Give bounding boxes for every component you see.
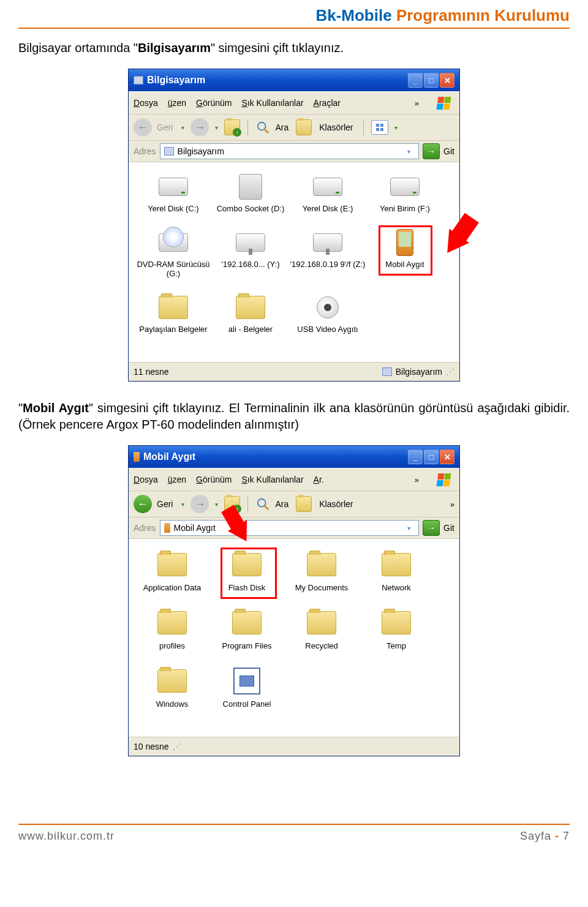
statusbar: 11 nesne Bilgisayarım ⋰ — [129, 362, 459, 381]
titlebar[interactable]: Mobil Aygıt _ □ ✕ — [129, 446, 459, 468]
menu-duzen[interactable]: üzen — [168, 98, 186, 108]
menu-araclar[interactable]: Araçlar — [314, 98, 341, 108]
folder-windows[interactable]: Windows — [135, 666, 209, 709]
menu-overflow-icon[interactable]: » — [415, 99, 419, 108]
address-value: Mobil Aygıt — [174, 523, 216, 533]
folders-label[interactable]: Klasörler — [319, 122, 353, 132]
resize-grip-icon[interactable]: ⋰ — [446, 367, 454, 377]
toolbar-sep — [247, 496, 248, 512]
up-folder-button[interactable]: ↑ — [224, 119, 240, 135]
close-button[interactable]: ✕ — [440, 73, 454, 88]
address-input[interactable]: Mobil Aygıt ▾ — [160, 520, 420, 536]
search-label[interactable]: Ara — [275, 499, 288, 509]
titlebar[interactable]: Bilgisayarım _ □ ✕ — [129, 69, 459, 91]
toolbar-sep2 — [363, 119, 364, 135]
close-button[interactable]: ✕ — [440, 450, 454, 464]
folders-icon[interactable] — [296, 496, 312, 512]
fwd-dropdown-icon[interactable]: ▾ — [215, 501, 218, 508]
folder-temp[interactable]: Temp — [359, 608, 434, 650]
titlebar-mycomputer-icon — [134, 76, 143, 85]
drive-e[interactable]: Yerel Disk (E:) — [289, 173, 366, 213]
content-pane[interactable]: Yerel Disk (C:) Combo Socket (D:) Yerel … — [129, 162, 459, 362]
dvd-icon — [159, 233, 188, 252]
toolbar-sep — [247, 119, 248, 135]
back-dropdown-icon[interactable]: ▾ — [181, 124, 184, 131]
folders-icon[interactable] — [296, 119, 312, 135]
menu-overflow-icon[interactable]: » — [415, 475, 419, 484]
search-label[interactable]: Ara — [275, 122, 288, 132]
back-button[interactable]: ← — [134, 495, 152, 513]
netdrive-z[interactable]: '192.168.0.19 9'/f (Z:) — [289, 229, 366, 278]
menu-dosya[interactable]: Dosya — [134, 475, 158, 484]
menu-gorunum[interactable]: Görünüm — [196, 475, 232, 484]
menu-gorunum[interactable]: Görünüm — [196, 98, 232, 108]
footer-page: Sayfa - 7 — [520, 830, 570, 843]
maximize-button[interactable]: □ — [424, 450, 439, 464]
maximize-button[interactable]: □ — [424, 73, 439, 88]
control-panel-icon — [233, 668, 260, 694]
forward-button[interactable]: → — [190, 495, 209, 513]
menubar: Dosya üzen Görünüm Sık Kullanılanlar Ara… — [129, 91, 459, 114]
back-dropdown-icon[interactable]: ▾ — [181, 501, 184, 508]
dvd-g[interactable]: DVD-RAM Sürücüsü (G:) — [135, 229, 212, 278]
folder-mydocs[interactable]: My Documents — [284, 550, 359, 592]
menu-dosya[interactable]: Dosya — [134, 98, 158, 108]
menu-duzen[interactable]: üzen — [168, 475, 186, 484]
folder-flashdisk[interactable]: Flash Disk — [209, 550, 284, 592]
forward-button[interactable]: → — [190, 118, 209, 137]
folder-recycled[interactable]: Recycled — [284, 608, 359, 650]
folder-programfiles[interactable]: Program Files — [209, 608, 284, 650]
go-label[interactable]: Git — [443, 146, 454, 156]
red-arrow-icon — [437, 229, 469, 260]
minimize-button[interactable]: _ — [408, 450, 423, 464]
drive-c[interactable]: Yerel Disk (C:) — [135, 173, 212, 213]
folder-network[interactable]: Network — [359, 550, 434, 592]
windows-logo-icon — [432, 94, 454, 111]
menu-sik[interactable]: Sık Kullanılanlar — [241, 98, 303, 108]
resize-grip-icon[interactable]: ⋰ — [173, 742, 181, 751]
back-button[interactable]: ← — [134, 118, 152, 137]
addressbar: Adres Bilgisayarım ▾ → Git — [129, 140, 459, 162]
fwd-dropdown-icon[interactable]: ▾ — [215, 124, 218, 131]
search-icon[interactable] — [255, 120, 270, 135]
folder-icon — [307, 611, 336, 634]
hdd-icon — [313, 178, 342, 196]
drive-f[interactable]: Yeni Birim (F:) — [366, 173, 443, 213]
content-pane[interactable]: Application Data Flash Disk My Documents… — [129, 539, 459, 737]
view-button[interactable] — [371, 120, 388, 135]
search-icon[interactable] — [255, 497, 270, 511]
ali-docs[interactable]: ali - Belgeler — [212, 294, 289, 334]
go-button[interactable]: → — [423, 520, 440, 536]
folder-icon — [232, 611, 262, 634]
shared-docs[interactable]: Paylaşılan Belgeler — [135, 294, 212, 334]
address-value: Bilgisayarım — [178, 146, 224, 156]
usb-video[interactable]: USB Video Aygıtı — [289, 294, 366, 334]
folder-profiles[interactable]: profiles — [135, 608, 209, 650]
header-divider — [18, 28, 570, 29]
go-button[interactable]: → — [423, 143, 440, 159]
statusbar: 10 nesne ⋰ — [129, 737, 459, 756]
view-dropdown-icon[interactable]: ▾ — [394, 124, 398, 131]
folder-icon — [382, 553, 411, 576]
minimize-button[interactable]: _ — [408, 73, 423, 88]
address-dropdown-icon[interactable]: ▾ — [402, 525, 415, 532]
control-panel[interactable]: Control Panel — [209, 666, 284, 709]
netdrive-y[interactable]: '192.168.0... (Y:) — [212, 229, 289, 278]
status-location: Bilgisayarım — [382, 367, 442, 377]
menu-sik[interactable]: Sık Kullanılanlar — [241, 475, 303, 484]
footer-url: www.bilkur.com.tr — [18, 830, 115, 843]
titlebar-pda-icon — [134, 452, 140, 462]
red-highlight — [379, 225, 432, 276]
toolbar-overflow-icon[interactable]: » — [450, 500, 454, 509]
address-input[interactable]: Bilgisayarım ▾ — [160, 143, 420, 159]
folder-appdata[interactable]: Application Data — [135, 550, 209, 592]
mobile-aygit[interactable]: Mobil Aygıt — [366, 229, 443, 278]
folder-icon — [157, 553, 187, 576]
menu-ar[interactable]: Ar. — [314, 475, 324, 484]
paragraph-2: "Mobil Aygıt" simgesini çift tıklayınız.… — [18, 400, 570, 433]
address-label: Adres — [134, 523, 156, 533]
folders-label[interactable]: Klasörler — [319, 499, 353, 509]
drive-d[interactable]: Combo Socket (D:) — [212, 173, 289, 213]
address-dropdown-icon[interactable]: ▾ — [402, 148, 415, 155]
go-label[interactable]: Git — [443, 523, 454, 533]
